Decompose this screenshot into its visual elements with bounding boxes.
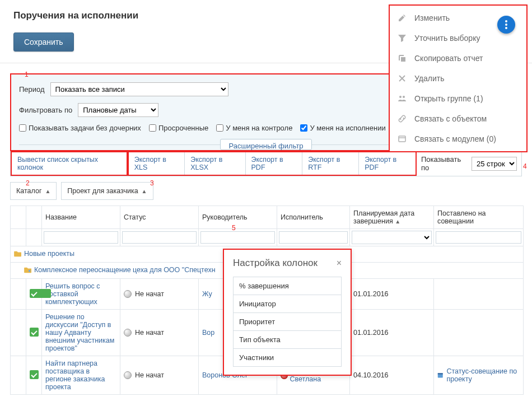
annotation-3: 3	[150, 179, 154, 187]
link-icon	[398, 114, 407, 123]
chk-on-my-control[interactable]: У меня на контроле	[216, 124, 292, 132]
lead-link[interactable]: Вор	[202, 329, 214, 337]
filter-lead-input[interactable]	[200, 231, 275, 244]
advanced-filter-button[interactable]: Расширенный фильтр	[220, 139, 311, 150]
chk-overdue[interactable]: Просроченные	[149, 124, 208, 132]
task-check-icon	[30, 328, 39, 337]
group-project[interactable]: Комплексное переоснащение цеха для ООО "…	[14, 266, 216, 274]
filter-meeting-input[interactable]	[436, 231, 521, 244]
meeting-cell	[434, 279, 524, 310]
date-cell: 01.01.2016	[350, 279, 434, 310]
sort-asc-icon: ▲	[395, 218, 400, 225]
date-cell: 01.01.2016	[350, 310, 434, 356]
ctx-label: Открыть группе (1)	[414, 94, 519, 103]
status-text: Не начат	[135, 329, 164, 337]
col-name[interactable]: Название	[42, 206, 120, 229]
filterby-select[interactable]: Плановые даты	[78, 103, 158, 117]
ctx-link-module[interactable]: Связать с модулем (0)	[390, 129, 526, 149]
status-text: Не начат	[135, 290, 164, 298]
folder-gear-icon	[24, 267, 32, 273]
period-label: Период	[19, 85, 45, 94]
save-button[interactable]: Сохранить	[13, 32, 74, 52]
popup-item[interactable]: Участники	[234, 349, 341, 366]
popup-item[interactable]: % завершения	[234, 277, 341, 295]
close-icon[interactable]: ×	[337, 258, 342, 268]
filter-icon	[398, 34, 407, 43]
group-header-project[interactable]: Проект для заказчика▲	[61, 182, 153, 200]
folder-icon	[14, 250, 22, 257]
export-group: Экспорт в XLS Экспорт в XLSX Экспорт в P…	[128, 151, 417, 176]
svg-rect-5	[438, 373, 443, 374]
meeting-link[interactable]: Статус-совещание по проекту	[446, 367, 520, 383]
chk-on-my-execution[interactable]: У меня на исполнении	[300, 124, 385, 132]
filter-date-select[interactable]	[352, 231, 432, 244]
meeting-cell	[434, 310, 524, 356]
date-cell: 04.10.2016	[350, 356, 434, 395]
col-status[interactable]: Статус	[120, 206, 199, 229]
filterby-label: Фильтровать по	[19, 106, 72, 114]
show-hidden-columns-button[interactable]: Вывести список скрытых колонок	[11, 151, 128, 176]
annotation-1: 1	[25, 71, 29, 78]
period-select[interactable]: Показать все записи	[50, 82, 228, 96]
col-lead[interactable]: Руководитель	[199, 206, 277, 229]
status-gray-icon	[124, 371, 132, 379]
module-icon	[398, 134, 407, 143]
sort-asc-icon: ▲	[45, 188, 50, 194]
col-meeting[interactable]: Поставлено на совещании	[434, 206, 524, 229]
context-menu: Изменить Уточнить выборку Скопировать от…	[389, 4, 528, 152]
export-xlsx-button[interactable]: Экспорт в XLSX	[185, 152, 245, 175]
export-pdf2-button[interactable]: Экспорт в PDF	[359, 152, 416, 175]
svg-rect-2	[399, 136, 405, 142]
status-text: Не начат	[135, 371, 164, 379]
column-settings-popup: Настройка колонок × % завершения Инициат…	[223, 249, 352, 376]
task-name-link[interactable]: Решение по дискуссии "Доступ в нашу Адва…	[45, 313, 114, 352]
people-icon	[398, 94, 407, 103]
filter-name-input[interactable]	[44, 231, 118, 244]
calendar-icon	[437, 371, 443, 379]
ctx-copy[interactable]: Скопировать отчет	[390, 48, 526, 68]
chk-no-children[interactable]: Показывать задачи без дочерних	[19, 124, 141, 132]
task-check-icon	[30, 289, 51, 298]
task-name-link[interactable]: Решить вопрос с поставкой комплектующих	[45, 282, 100, 306]
dots-icon	[505, 24, 507, 26]
popup-item[interactable]: Тип объекта	[234, 331, 341, 349]
col-exec[interactable]: Исполнитель	[277, 206, 350, 229]
ctx-delete[interactable]: Удалить	[390, 68, 526, 88]
col-planend[interactable]: Планируемая дата завершения ▲	[350, 206, 434, 229]
copy-icon	[398, 54, 407, 63]
col-blank2	[26, 206, 42, 229]
status-gray-icon	[124, 290, 132, 298]
annotation-2: 2	[26, 179, 30, 187]
svg-point-1	[403, 96, 405, 98]
status-gray-icon	[124, 329, 132, 337]
svg-point-0	[399, 96, 402, 98]
x-icon	[398, 74, 407, 83]
col-blank1	[11, 206, 26, 229]
export-xls-button[interactable]: Экспорт в XLS	[129, 152, 185, 175]
export-rtf-button[interactable]: Экспорт в RTF	[302, 152, 359, 175]
filter-exec-input[interactable]	[279, 231, 348, 244]
toolbar: Вывести список скрытых колонок Экспорт в…	[10, 151, 522, 176]
ctx-open-group[interactable]: Открыть группе (1)	[390, 88, 526, 109]
popup-item[interactable]: Инициатор	[234, 295, 341, 313]
filter-blank2	[26, 229, 42, 246]
task-check-icon	[30, 370, 39, 379]
popup-title: Настройка колонок	[233, 258, 318, 269]
annotation-4: 4	[523, 162, 527, 170]
filter-blank1	[11, 229, 26, 246]
lead-link[interactable]: Жу	[202, 290, 212, 298]
filter-status-input[interactable]	[122, 231, 197, 244]
ctx-link-object[interactable]: Связать с объектом	[390, 109, 526, 129]
sort-asc-icon: ▲	[142, 188, 147, 194]
ctx-label: Скопировать отчет	[414, 54, 519, 63]
pencil-icon	[398, 13, 407, 22]
export-pdf-button[interactable]: Экспорт в PDF	[246, 152, 303, 175]
show-by-label: Показывать по	[421, 155, 468, 172]
group-new-projects[interactable]: Новые проекты	[14, 250, 74, 258]
more-actions-fab[interactable]	[497, 16, 515, 34]
task-name-link[interactable]: Найти партнера поставщика в регионе зака…	[45, 360, 105, 391]
popup-item[interactable]: Приоритет	[234, 313, 341, 331]
group-header-catalog[interactable]: Каталог▲	[10, 182, 57, 200]
ctx-label: Связать с модулем (0)	[414, 134, 519, 143]
page-size-select[interactable]: 25 строк	[472, 157, 517, 171]
